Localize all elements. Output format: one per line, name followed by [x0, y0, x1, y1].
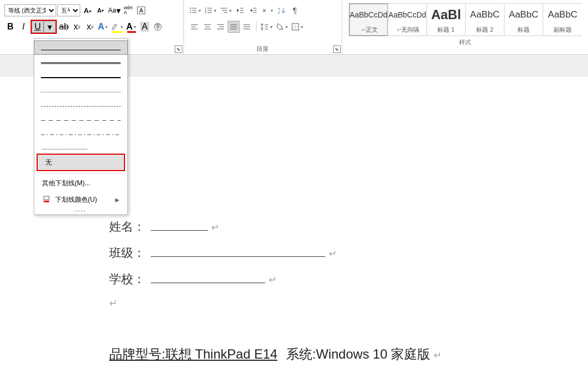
- paragraph-group-label: 段落: [188, 44, 337, 53]
- return-icon: ↵: [109, 297, 117, 309]
- svg-point-2: [190, 10, 191, 11]
- underline-double[interactable]: [34, 54, 127, 68]
- font-row-2: B I U ▾ ab x2 x2 A▾ ▾ A▾ A 字: [4, 19, 179, 35]
- style-heading1[interactable]: AaBl 标题 1: [426, 3, 466, 36]
- align-center-button[interactable]: [201, 21, 213, 33]
- line-brand-system: 品牌型号:联想 ThinkPad E14 系统:Windows 10 家庭版 ↵: [109, 345, 588, 372]
- italic-button[interactable]: I: [17, 21, 29, 33]
- style-nospacing[interactable]: AaBbCcDd ↵无间隔: [388, 3, 427, 36]
- asian-layout-button[interactable]: ✕▾: [260, 4, 275, 16]
- underline-dotted[interactable]: [34, 83, 127, 97]
- strikethrough-button[interactable]: ab: [58, 21, 70, 33]
- underline-dropdown: 无 其他下划线(M)... 下划线颜色(U) ▶ ••••: [34, 38, 128, 215]
- underline-dropdown-caret[interactable]: ▾: [44, 21, 56, 33]
- svg-text:A: A: [278, 7, 280, 10]
- align-right-button[interactable]: [215, 21, 227, 33]
- font-dialog-launcher[interactable]: ⬊: [175, 45, 182, 53]
- underline-single[interactable]: [34, 40, 128, 55]
- styles-group: AaBbCcDd ↵正文 AaBbCcDd ↵无间隔 AaBl 标题 1 AaB…: [342, 0, 588, 54]
- blank-school[interactable]: [151, 272, 265, 283]
- line-spacing-button[interactable]: ▾: [260, 21, 274, 33]
- menu-separator: [37, 173, 125, 174]
- return-icon: ↵: [211, 221, 219, 233]
- underline-none-highlight: 无: [37, 154, 125, 171]
- superscript-button[interactable]: x2: [84, 21, 96, 33]
- paragraph-row-2: ▾ ▾ ▾: [188, 19, 337, 35]
- underline-thick[interactable]: [34, 68, 127, 83]
- paragraph-dialog-launcher[interactable]: ⬊: [333, 45, 341, 53]
- paint-icon: [42, 195, 51, 204]
- line-school: 学校： ↵: [109, 271, 588, 297]
- svg-text:3: 3: [205, 11, 206, 14]
- svg-rect-45: [44, 201, 49, 202]
- dropdown-resize-grip[interactable]: ••••: [34, 208, 127, 214]
- grow-font-button[interactable]: A▴: [81, 4, 93, 16]
- font-color-button[interactable]: A▾: [126, 21, 138, 33]
- blank-class[interactable]: [151, 246, 325, 257]
- style-normal[interactable]: AaBbCcDd ↵正文: [349, 3, 388, 36]
- underline-button-highlight: U ▾: [31, 20, 57, 34]
- underline-color-item[interactable]: 下划线颜色(U) ▶: [34, 191, 127, 208]
- styles-group-label: 样式: [347, 37, 584, 46]
- numbering-button[interactable]: 123▾: [204, 4, 218, 16]
- align-distributed-button[interactable]: [241, 21, 253, 33]
- shading-button[interactable]: ▾: [275, 21, 289, 33]
- underline-dashdot[interactable]: [34, 125, 127, 139]
- shrink-font-button[interactable]: A▾: [94, 4, 106, 16]
- style-subtitle[interactable]: AaBbC 副标题: [543, 3, 582, 36]
- blank-name[interactable]: [151, 220, 208, 231]
- decrease-indent-button[interactable]: [234, 4, 246, 16]
- line-class: 班级： ↵: [109, 245, 588, 271]
- align-justify-button[interactable]: [228, 21, 240, 33]
- style-title[interactable]: AaBbC 标题: [504, 3, 543, 36]
- enclose-char-button[interactable]: 字: [152, 21, 164, 33]
- font-name-select[interactable]: 等线 (西文正文): [4, 4, 56, 16]
- char-border-button[interactable]: A: [135, 4, 147, 16]
- submenu-arrow-icon: ▶: [115, 197, 120, 203]
- return-icon: ↵: [433, 349, 442, 361]
- underline-button[interactable]: U: [32, 21, 44, 33]
- font-row-1: 等线 (西文正文) 五号 A▴ A▾ Aa▾ wénA A: [4, 2, 179, 19]
- align-left-button[interactable]: [188, 21, 200, 33]
- highlight-button[interactable]: ▾: [110, 21, 124, 33]
- phonetic-guide-button[interactable]: wénA: [122, 4, 134, 16]
- more-underlines-item[interactable]: 其他下划线(M)...: [34, 175, 127, 191]
- subscript-button[interactable]: x2: [71, 21, 83, 33]
- sort-button[interactable]: AZ: [276, 4, 288, 16]
- return-icon: ↵: [329, 248, 337, 260]
- svg-point-4: [190, 12, 191, 13]
- text-effects-button[interactable]: A▾: [97, 21, 109, 33]
- svg-point-0: [190, 8, 191, 9]
- change-case-button[interactable]: Aa▾: [108, 4, 121, 16]
- bold-button[interactable]: B: [4, 21, 16, 33]
- bullets-button[interactable]: ▾: [188, 4, 203, 16]
- borders-button[interactable]: ▾: [290, 21, 305, 33]
- char-shading-button[interactable]: A: [139, 21, 151, 33]
- style-gallery: AaBbCcDd ↵正文 AaBbCcDd ↵无间隔 AaBl 标题 1 AaB…: [347, 2, 584, 37]
- return-icon: ↵: [269, 274, 277, 286]
- paragraph-row-1: ▾ 123▾ ▾ ✕▾ AZ ¶: [188, 2, 337, 19]
- underline-wave[interactable]: [34, 139, 127, 154]
- increase-indent-button[interactable]: [247, 4, 259, 16]
- underline-none[interactable]: 无: [38, 155, 124, 170]
- svg-text:Z: Z: [278, 11, 280, 14]
- svg-text:✕: ✕: [262, 8, 266, 14]
- paragraph-group: ▾ 123▾ ▾ ✕▾ AZ ¶ ▾ ▾ ▾ 段落 ⬊: [184, 0, 342, 54]
- empty-line: ↵: [109, 297, 588, 324]
- multilevel-list-button[interactable]: ▾: [219, 4, 233, 16]
- show-marks-button[interactable]: ¶: [289, 4, 301, 16]
- underline-dashed-long[interactable]: [34, 111, 127, 125]
- font-size-select[interactable]: 五号: [57, 4, 80, 16]
- line-name: 姓名： ↵: [109, 219, 588, 245]
- style-heading2[interactable]: AaBbC 标题 2: [465, 3, 504, 36]
- underline-dashed-short[interactable]: [34, 97, 127, 111]
